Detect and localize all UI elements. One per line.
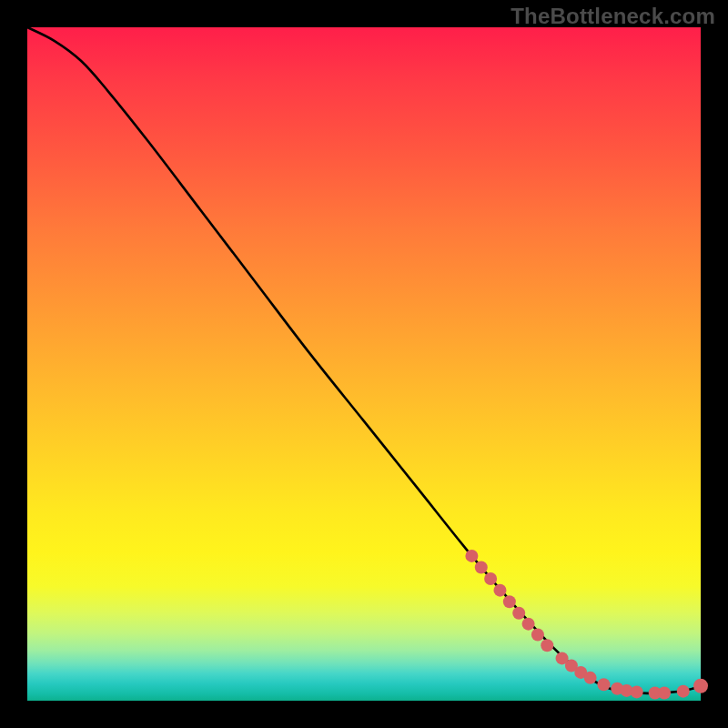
data-point: [693, 679, 708, 693]
data-point: [493, 584, 506, 597]
data-point: [475, 561, 488, 573]
data-point: [677, 685, 690, 698]
watermark-label: TheBottleneck.com: [511, 4, 715, 29]
data-point: [597, 678, 610, 691]
curve-layer: [27, 27, 701, 701]
data-point: [658, 686, 671, 699]
data-point: [541, 639, 553, 652]
data-point: [484, 572, 497, 585]
data-point: [503, 595, 516, 608]
highlighted-points: [465, 550, 708, 700]
chart-frame: TheBottleneck.com: [0, 0, 728, 728]
data-point: [584, 672, 597, 684]
data-point: [531, 628, 544, 641]
data-point: [631, 685, 643, 698]
data-point: [465, 550, 478, 562]
data-point: [512, 607, 525, 620]
plot-area: [27, 27, 701, 701]
bottleneck-curve: [27, 27, 701, 693]
data-point: [522, 618, 535, 631]
